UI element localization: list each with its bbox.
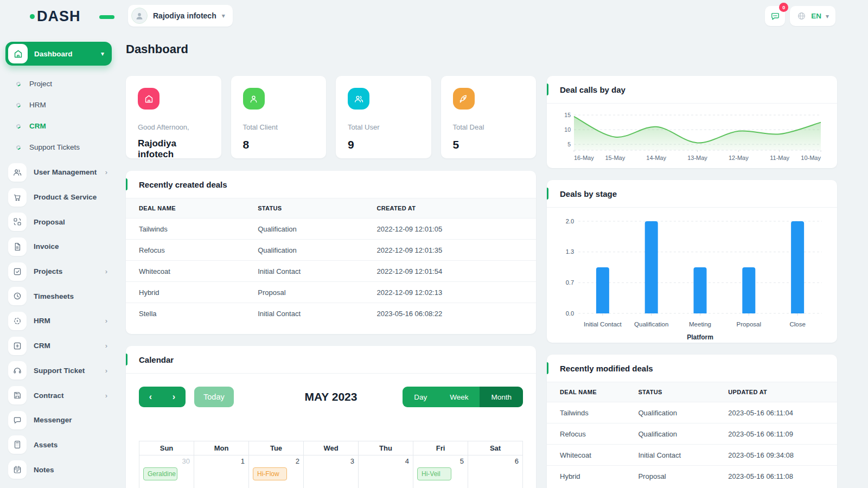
calendar-prev-button[interactable]: ‹ xyxy=(139,387,162,407)
calendar-event[interactable]: Hi-Flow xyxy=(253,467,287,480)
calendar-view-day-button[interactable]: Day xyxy=(403,387,438,407)
sidebar-item-label: HRM xyxy=(34,317,105,325)
svg-text:Meeting: Meeting xyxy=(689,321,711,328)
chevron-right-icon: › xyxy=(105,342,107,350)
card-title: Recently created deals xyxy=(139,180,227,189)
users-icon xyxy=(348,88,369,110)
table-row: HybridProposal2022-12-09 12:02:13 xyxy=(126,282,536,303)
sidebar-item-hrm[interactable]: HRM› xyxy=(0,309,117,333)
table-cell: 2022-12-09 12:01:35 xyxy=(363,240,536,261)
card-title: Deal calls by day xyxy=(560,85,626,94)
table-cell: Stella xyxy=(126,303,245,324)
logo-dot-icon xyxy=(30,14,35,19)
sidebar-item-dashboard[interactable]: Dashboard ▾ xyxy=(5,42,112,66)
deals-by-stage-chart: 0.00.71.32.0Initial ContactQualification… xyxy=(554,214,828,343)
sidebar-item-invoice[interactable]: Invoice xyxy=(0,234,117,259)
page-title: Dashboard xyxy=(126,42,188,56)
calendar-card: Calendar ‹ › Today MAY 2023 DayWeekMonth… xyxy=(126,346,536,488)
table-cell: Initial Contact xyxy=(245,261,363,282)
sidebar-menu: User Management›Product & ServiceProposa… xyxy=(0,160,117,482)
calendar-today-button[interactable]: Today xyxy=(194,387,234,407)
sidebar-item-label: Support Ticket xyxy=(34,367,105,375)
sidebar-subitem-label: CRM xyxy=(29,122,46,130)
sidebar-subitem-hrm[interactable]: HRM xyxy=(0,94,117,115)
sidebar-item-product-service[interactable]: Product & Service xyxy=(0,185,117,210)
sidebar-subitem-support-tickets[interactable]: Support Tickets xyxy=(0,137,117,158)
users-icon xyxy=(354,94,364,104)
calendar-day-number: 2 xyxy=(249,455,303,465)
sidebar-item-proposal[interactable]: Proposal xyxy=(0,209,117,234)
chevron-right-icon: › xyxy=(105,267,107,275)
sidebar-item-notes[interactable]: Notes xyxy=(0,457,117,482)
logo-dash-icon xyxy=(99,15,114,19)
svg-text:Initial Contact: Initial Contact xyxy=(584,321,622,328)
recently-modified-deals-table: DEAL NAMESTATUSUPDATED ATTailwindsQualif… xyxy=(547,382,837,486)
invoice-icon xyxy=(12,242,22,252)
user-icon xyxy=(243,88,265,110)
svg-text:5: 5 xyxy=(567,141,571,147)
calendar-day-number: 30 xyxy=(139,455,194,465)
sidebar-item-contract[interactable]: Contract› xyxy=(0,383,117,408)
sidebar-item-assets[interactable]: Assets xyxy=(0,433,117,458)
target-icon xyxy=(12,316,22,326)
calendar-day-number: 1 xyxy=(194,455,248,465)
sidebar-item-support-ticket[interactable]: Support Ticket› xyxy=(0,358,117,383)
calendar-view-week-button[interactable]: Week xyxy=(438,387,480,407)
sidebar-subitem-project[interactable]: Project xyxy=(0,73,117,94)
svg-text:12-May: 12-May xyxy=(729,155,749,161)
calendar-table: SunMonTueWedThuFriSat30Geraldine Burt12H… xyxy=(139,441,523,488)
chevron-right-icon: › xyxy=(105,367,107,375)
svg-text:10-May: 10-May xyxy=(801,155,821,161)
svg-text:Close: Close xyxy=(789,321,805,328)
sidebar: Dashboard ▾ ProjectHRMCRMSupport Tickets… xyxy=(0,33,117,488)
bullet-icon xyxy=(16,144,22,150)
home-icon xyxy=(8,44,28,63)
user-icon xyxy=(248,94,259,104)
svg-text:15: 15 xyxy=(564,112,571,118)
calendar-day-header: Thu xyxy=(359,441,413,455)
bullet-icon xyxy=(16,102,22,108)
stat-cards-row: Good Afternoon,Rajodiya infotechTotal Cl… xyxy=(126,76,536,158)
recently-created-deals-card: Recently created deals DEAL NAMESTATUSCR… xyxy=(126,171,536,334)
sidebar-item-crm[interactable]: CRM› xyxy=(0,333,117,358)
table-cell: Qualification xyxy=(625,423,715,445)
table-row: TailwindsQualification2022-12-09 12:01:0… xyxy=(126,219,536,240)
table-cell: 2023-05-16 09:34:08 xyxy=(715,445,837,466)
sidebar-item-user-management[interactable]: User Management› xyxy=(0,160,117,185)
sidebar-subitem-crm[interactable]: CRM xyxy=(0,115,117,137)
table-row: WhitecoatInitial Contact2023-05-16 09:34… xyxy=(547,445,837,466)
calendar-next-button[interactable]: › xyxy=(162,387,186,407)
calendar-event[interactable]: Hi-Veil xyxy=(417,467,451,480)
calendar-view-month-button[interactable]: Month xyxy=(480,387,523,407)
headset-icon xyxy=(12,365,22,375)
deals-by-stage-card: Deals by stage 0.00.71.32.0Initial Conta… xyxy=(547,180,837,343)
table-cell: Tailwinds xyxy=(547,402,625,423)
sidebar-item-label: Notes xyxy=(34,466,107,474)
sidebar-item-timesheets[interactable]: Timesheets xyxy=(0,284,117,309)
stat-card-1: Total Client8 xyxy=(231,76,327,158)
table-row: StellaInitial Contact2023-05-16 06:08:22 xyxy=(126,303,536,324)
table-cell: 2022-12-09 12:01:54 xyxy=(363,261,536,282)
stat-card-label: Total Client xyxy=(243,123,315,131)
stat-card-3: Total Deal5 xyxy=(441,76,537,158)
sidebar-sub-menu: ProjectHRMCRMSupport Tickets xyxy=(0,73,117,158)
column-header: DEAL NAME xyxy=(126,198,245,219)
calculator-icon xyxy=(12,440,22,450)
table-cell: Qualification xyxy=(625,402,715,423)
table-cell: Hybrid xyxy=(126,282,245,303)
deal-calls-card: Deal calls by day 5101516-May15-May14-Ma… xyxy=(547,76,837,168)
cart-icon xyxy=(12,192,22,202)
table-cell: 2022-12-09 12:01:05 xyxy=(363,219,536,240)
table-cell: Qualification xyxy=(245,219,363,240)
table-cell: 2023-05-16 06:08:22 xyxy=(363,303,536,324)
calendar-nav-group: ‹ › xyxy=(139,387,186,407)
stat-card-label: Total Deal xyxy=(453,123,525,131)
table-cell: 2023-05-16 06:11:08 xyxy=(715,466,837,487)
sidebar-item-messenger[interactable]: Messenger xyxy=(0,408,117,433)
stat-card-value: 9 xyxy=(348,138,419,151)
sidebar-item-projects[interactable]: Projects› xyxy=(0,259,117,284)
chat-icon xyxy=(12,415,22,425)
calendar-day-number: 4 xyxy=(359,455,413,465)
stat-card-value: 8 xyxy=(243,138,315,151)
calendar-event[interactable]: Geraldine Burt xyxy=(143,467,177,480)
